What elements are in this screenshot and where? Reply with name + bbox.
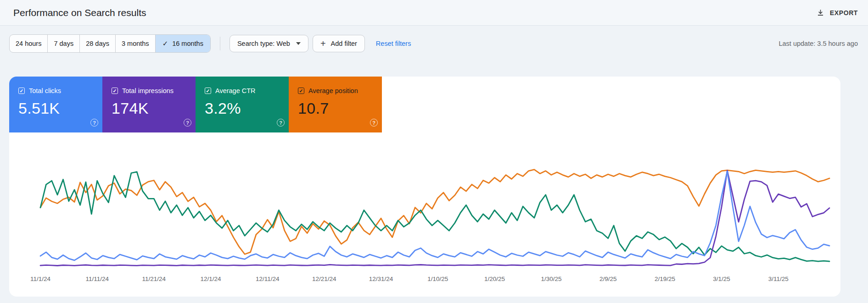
- add-filter-label: Add filter: [331, 40, 357, 47]
- x-tick-label: 12/1/24: [200, 275, 221, 282]
- checkbox-checked-icon[interactable]: ✓: [112, 88, 118, 94]
- metric-label-row: ✓ Average position: [298, 87, 382, 94]
- metric-value: 10.7: [298, 99, 382, 117]
- date-range-24-hours[interactable]: 24 hours: [10, 35, 48, 52]
- x-tick-label: 12/21/24: [312, 275, 336, 282]
- divider: [220, 37, 220, 50]
- metric-label: Average position: [308, 87, 358, 94]
- x-tick-label: 3/1/25: [713, 275, 730, 282]
- metric-card-total-clicks[interactable]: ✓ Total clicks 5.51K ?: [9, 77, 102, 132]
- metric-card-total-impressions[interactable]: ✓ Total impressions 174K ?: [102, 77, 196, 132]
- metric-label-row: ✓ Total clicks: [18, 87, 102, 94]
- chevron-down-icon: [296, 42, 301, 45]
- date-range-label: 24 hours: [16, 40, 41, 47]
- page-header: Performance on Search results EXPORT: [0, 0, 868, 26]
- help-icon[interactable]: ?: [370, 119, 378, 127]
- series-line-impressions: [40, 171, 829, 266]
- x-tick-label: 11/21/24: [142, 275, 166, 282]
- last-update-text: Last update: 3.5 hours ago: [778, 40, 862, 47]
- series-line-clicks: [40, 171, 829, 260]
- date-range-3-months[interactable]: 3 months: [116, 35, 156, 52]
- search-type-label: Search type: Web: [237, 40, 290, 47]
- checkbox-checked-icon[interactable]: ✓: [298, 88, 304, 94]
- metric-label-row: ✓ Total impressions: [112, 87, 196, 94]
- metric-value: 3.2%: [205, 99, 289, 117]
- export-button[interactable]: EXPORT: [812, 5, 862, 21]
- x-tick-label: 11/1/24: [30, 275, 51, 282]
- x-tick-label: 2/9/25: [599, 275, 617, 282]
- help-icon[interactable]: ?: [277, 119, 285, 127]
- x-tick-label: 12/11/24: [256, 275, 280, 282]
- metric-label-row: ✓ Average CTR: [205, 87, 289, 94]
- metric-card-average-ctr[interactable]: ✓ Average CTR 3.2% ?: [196, 77, 289, 132]
- series-line-ctr: [40, 172, 829, 261]
- date-range-label: 28 days: [86, 40, 109, 47]
- date-range-group: 24 hours 7 days 28 days 3 months ✓ 16 mo…: [9, 34, 211, 53]
- date-range-7-days[interactable]: 7 days: [48, 35, 80, 52]
- performance-chart[interactable]: 11/1/2411/11/2411/21/2412/1/2412/11/2412…: [9, 145, 840, 297]
- metric-label: Average CTR: [215, 87, 256, 94]
- date-range-28-days[interactable]: 28 days: [80, 35, 116, 52]
- export-label: EXPORT: [830, 9, 858, 17]
- x-tick-label: 1/10/25: [427, 275, 448, 282]
- performance-panel: ✓ Total clicks 5.51K ? ✓ Total impressio…: [9, 77, 840, 297]
- page-title: Performance on Search results: [13, 7, 146, 18]
- download-icon: [816, 8, 825, 17]
- checkbox-checked-icon[interactable]: ✓: [18, 88, 25, 94]
- date-range-label: 16 months: [172, 40, 203, 47]
- date-range-label: 3 months: [122, 40, 149, 47]
- x-tick-label: 12/31/24: [369, 275, 393, 282]
- x-tick-label: 3/11/25: [768, 275, 789, 282]
- date-range-label: 7 days: [54, 40, 73, 47]
- metric-label: Total clicks: [29, 87, 61, 94]
- metric-cards-row: ✓ Total clicks 5.51K ? ✓ Total impressio…: [9, 77, 840, 132]
- checkbox-checked-icon[interactable]: ✓: [205, 88, 211, 94]
- add-filter-button[interactable]: + Add filter: [313, 35, 365, 52]
- reset-filters-link[interactable]: Reset filters: [376, 40, 411, 47]
- metric-value: 174K: [112, 99, 196, 117]
- help-icon[interactable]: ?: [184, 119, 191, 127]
- metric-card-average-position[interactable]: ✓ Average position 10.7 ?: [289, 77, 382, 132]
- metric-label: Total impressions: [122, 87, 174, 94]
- check-icon: ✓: [162, 39, 168, 48]
- x-tick-label: 2/19/25: [655, 275, 675, 282]
- x-tick-label: 1/20/25: [484, 275, 505, 282]
- date-range-16-months[interactable]: ✓ 16 months: [156, 35, 210, 52]
- filter-bar: 24 hours 7 days 28 days 3 months ✓ 16 mo…: [0, 26, 868, 53]
- metric-value: 5.51K: [18, 99, 102, 117]
- help-icon[interactable]: ?: [90, 119, 98, 127]
- x-tick-label: 1/30/25: [541, 275, 561, 282]
- x-tick-label: 11/11/24: [85, 275, 109, 282]
- search-type-filter[interactable]: Search type: Web: [230, 35, 308, 52]
- plus-icon: +: [320, 39, 326, 48]
